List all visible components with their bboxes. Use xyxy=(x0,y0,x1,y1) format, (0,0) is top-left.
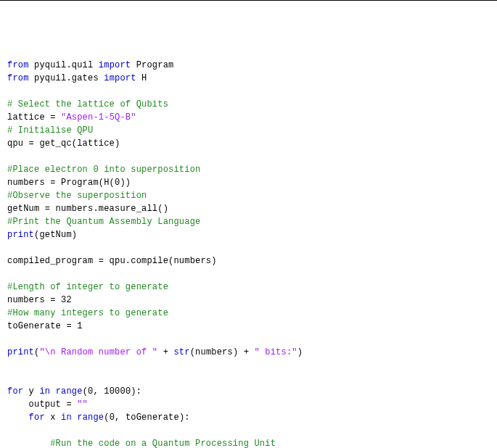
code-line: #How many integers to generate xyxy=(7,307,490,320)
code-token: from xyxy=(7,60,29,70)
code-line: # Initialise QPU xyxy=(7,124,490,137)
code-token: getNum = numbers.measure_all() xyxy=(7,204,168,214)
code-line xyxy=(7,333,490,346)
code-token: Program xyxy=(131,60,173,70)
code-token: #Place electron 0 into superposition xyxy=(7,165,200,175)
code-token: str xyxy=(173,347,189,357)
code-line xyxy=(7,85,490,98)
code-token: output = xyxy=(7,399,77,410)
code-token: #How many integers to generate xyxy=(7,308,168,318)
code-token: import xyxy=(104,73,136,83)
code-line: #Place electron 0 into superposition xyxy=(7,163,490,176)
code-line xyxy=(7,372,490,385)
code-token: from xyxy=(7,73,29,83)
code-token: #Print the Quantum Assembly Language xyxy=(7,217,200,227)
code-line xyxy=(7,424,490,437)
code-line xyxy=(7,241,490,254)
code-token: y xyxy=(23,386,39,397)
code-line: toGenerate = 1 xyxy=(7,320,490,333)
code-token: H xyxy=(136,73,147,83)
code-line: numbers = Program(H(0)) xyxy=(7,176,490,189)
code-token: " bits:" xyxy=(255,347,297,357)
code-token: lattice = xyxy=(7,112,61,123)
code-line: print(getNum) xyxy=(7,228,490,241)
code-token: "Aspen-1-5Q-B" xyxy=(61,112,136,123)
code-line: from pyquil.gates import H xyxy=(7,72,490,85)
code-token: qpu = get_qc(lattice) xyxy=(7,138,120,149)
code-line: lattice = "Aspen-1-5Q-B" xyxy=(7,111,490,124)
code-token: toGenerate = 1 xyxy=(7,321,83,331)
code-listing: from pyquil.quil import Programfrom pyqu… xyxy=(7,59,490,448)
code-line: getNum = numbers.measure_all() xyxy=(7,202,490,215)
code-line: for y in range(0, 10000): xyxy=(7,385,490,398)
code-token: in xyxy=(61,412,72,423)
code-line: #Print the Quantum Assembly Language xyxy=(7,215,490,228)
code-token: "\n Random number of " xyxy=(39,347,157,357)
code-line: for x in range(0, toGenerate): xyxy=(7,411,490,424)
code-token: pyquil.quil xyxy=(29,60,99,70)
code-line: from pyquil.quil import Program xyxy=(7,59,490,72)
code-token: x xyxy=(45,412,61,423)
code-token: print xyxy=(7,347,34,357)
code-line: # Select the lattice of Qubits xyxy=(7,98,490,111)
code-token: numbers = Program(H(0)) xyxy=(7,178,131,188)
code-line xyxy=(7,150,490,163)
code-token: (0, 10000): xyxy=(83,386,141,397)
code-token xyxy=(50,386,55,397)
code-token xyxy=(7,412,29,423)
code-token: for xyxy=(29,412,45,423)
code-line: #Observe the superposition xyxy=(7,189,490,202)
code-token: # Select the lattice of Qubits xyxy=(7,99,168,109)
code-line: print("\n Random number of " + str(numbe… xyxy=(7,346,490,359)
code-token: "" xyxy=(77,399,88,410)
code-token: #Observe the superposition xyxy=(7,191,147,201)
code-token: #Length of integer to generate xyxy=(7,282,168,292)
code-token: ) xyxy=(297,347,303,357)
code-token: for xyxy=(7,386,23,397)
code-token: pyquil.gates xyxy=(29,73,104,83)
code-token: #Run the code on a Quantum Processing Un… xyxy=(50,439,276,448)
code-line: #Run the code on a Quantum Processing Un… xyxy=(7,437,490,448)
code-line: #Length of integer to generate xyxy=(7,281,490,294)
code-token xyxy=(7,439,50,448)
code-token: numbers = 32 xyxy=(7,295,72,305)
code-token: (numbers) + xyxy=(190,347,255,357)
code-line: compiled_program = qpu.compile(numbers) xyxy=(7,254,490,267)
code-token: print xyxy=(7,230,34,240)
code-token: compiled_program = qpu.compile(numbers) xyxy=(7,256,217,266)
code-line xyxy=(7,359,490,372)
code-line xyxy=(7,267,490,281)
code-line: numbers = 32 xyxy=(7,294,490,307)
code-token: import xyxy=(99,60,131,70)
code-token: (getNum) xyxy=(34,230,77,240)
code-token: + xyxy=(157,347,173,357)
code-line: qpu = get_qc(lattice) xyxy=(7,137,490,150)
code-token: in xyxy=(39,386,50,397)
code-token: range xyxy=(56,386,83,397)
code-line: output = "" xyxy=(7,398,490,411)
code-token: # Initialise QPU xyxy=(7,125,93,136)
code-token: range xyxy=(77,412,104,423)
code-token: (0, toGenerate): xyxy=(104,412,189,423)
